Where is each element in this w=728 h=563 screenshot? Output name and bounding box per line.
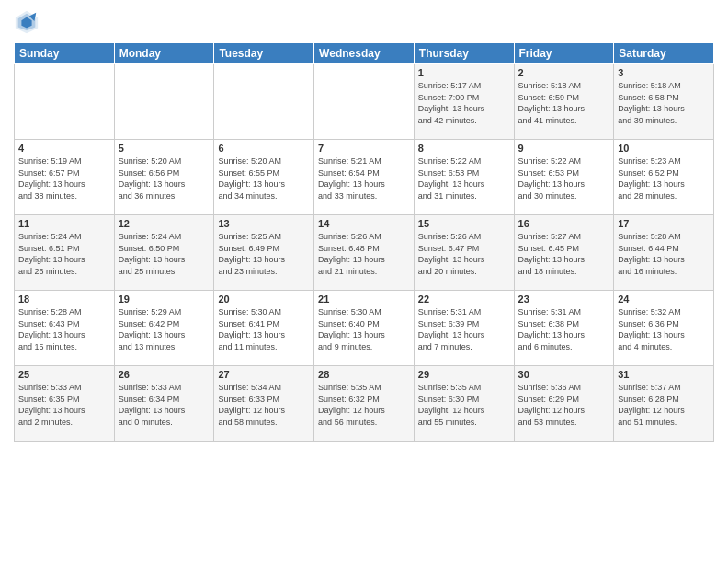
day-number: 12 <box>119 218 210 229</box>
day-number: 20 <box>218 293 310 304</box>
day-info: Sunrise: 5:22 AM Sunset: 6:53 PM Dayligh… <box>418 155 510 201</box>
logo <box>14 9 41 35</box>
calendar-cell <box>15 64 115 140</box>
weekday-saturday: Saturday <box>614 43 714 64</box>
calendar-cell: 9Sunrise: 5:22 AM Sunset: 6:53 PM Daylig… <box>514 140 614 215</box>
day-info: Sunrise: 5:29 AM Sunset: 6:42 PM Dayligh… <box>119 306 210 352</box>
day-number: 7 <box>318 143 410 154</box>
calendar-cell: 27Sunrise: 5:34 AM Sunset: 6:33 PM Dayli… <box>214 366 314 442</box>
day-number: 27 <box>218 369 310 380</box>
calendar-cell: 4Sunrise: 5:19 AM Sunset: 6:57 PM Daylig… <box>15 140 115 215</box>
calendar-cell: 12Sunrise: 5:24 AM Sunset: 6:50 PM Dayli… <box>114 215 214 291</box>
day-info: Sunrise: 5:37 AM Sunset: 6:28 PM Dayligh… <box>618 382 710 428</box>
day-info: Sunrise: 5:35 AM Sunset: 6:32 PM Dayligh… <box>318 382 410 428</box>
logo-icon <box>14 9 40 35</box>
calendar-cell: 1Sunrise: 5:17 AM Sunset: 7:00 PM Daylig… <box>414 64 514 140</box>
day-info: Sunrise: 5:33 AM Sunset: 6:34 PM Dayligh… <box>119 382 210 428</box>
calendar-cell: 19Sunrise: 5:29 AM Sunset: 6:42 PM Dayli… <box>114 291 214 366</box>
day-info: Sunrise: 5:21 AM Sunset: 6:54 PM Dayligh… <box>318 155 410 201</box>
calendar-cell: 17Sunrise: 5:28 AM Sunset: 6:44 PM Dayli… <box>614 215 714 291</box>
day-number: 3 <box>618 67 710 78</box>
day-info: Sunrise: 5:23 AM Sunset: 6:52 PM Dayligh… <box>618 155 710 201</box>
calendar-cell <box>114 64 214 140</box>
day-number: 30 <box>518 369 610 380</box>
calendar-cell: 3Sunrise: 5:18 AM Sunset: 6:58 PM Daylig… <box>614 64 714 140</box>
calendar-cell: 5Sunrise: 5:20 AM Sunset: 6:56 PM Daylig… <box>114 140 214 215</box>
day-info: Sunrise: 5:31 AM Sunset: 6:38 PM Dayligh… <box>518 306 610 352</box>
day-number: 13 <box>218 218 310 229</box>
day-number: 4 <box>18 143 110 154</box>
weekday-thursday: Thursday <box>414 43 514 64</box>
calendar-cell: 24Sunrise: 5:32 AM Sunset: 6:36 PM Dayli… <box>614 291 714 366</box>
day-number: 31 <box>618 369 710 380</box>
day-info: Sunrise: 5:25 AM Sunset: 6:49 PM Dayligh… <box>218 231 310 277</box>
day-info: Sunrise: 5:18 AM Sunset: 6:59 PM Dayligh… <box>518 80 610 126</box>
day-info: Sunrise: 5:31 AM Sunset: 6:39 PM Dayligh… <box>418 306 510 352</box>
day-info: Sunrise: 5:35 AM Sunset: 6:30 PM Dayligh… <box>418 382 510 428</box>
calendar-cell: 28Sunrise: 5:35 AM Sunset: 6:32 PM Dayli… <box>314 366 415 442</box>
day-number: 17 <box>618 218 710 229</box>
day-number: 21 <box>318 293 410 304</box>
day-number: 23 <box>518 293 610 304</box>
day-info: Sunrise: 5:27 AM Sunset: 6:45 PM Dayligh… <box>518 231 610 277</box>
day-info: Sunrise: 5:17 AM Sunset: 7:00 PM Dayligh… <box>418 80 510 126</box>
day-info: Sunrise: 5:30 AM Sunset: 6:41 PM Dayligh… <box>218 306 310 352</box>
week-row-3: 11Sunrise: 5:24 AM Sunset: 6:51 PM Dayli… <box>15 215 714 291</box>
day-info: Sunrise: 5:32 AM Sunset: 6:36 PM Dayligh… <box>618 306 710 352</box>
calendar-cell: 8Sunrise: 5:22 AM Sunset: 6:53 PM Daylig… <box>414 140 514 215</box>
calendar-cell: 6Sunrise: 5:20 AM Sunset: 6:55 PM Daylig… <box>214 140 314 215</box>
calendar-cell: 29Sunrise: 5:35 AM Sunset: 6:30 PM Dayli… <box>414 366 514 442</box>
day-number: 24 <box>618 293 710 304</box>
calendar-cell: 11Sunrise: 5:24 AM Sunset: 6:51 PM Dayli… <box>15 215 115 291</box>
day-info: Sunrise: 5:28 AM Sunset: 6:44 PM Dayligh… <box>618 231 710 277</box>
day-info: Sunrise: 5:22 AM Sunset: 6:53 PM Dayligh… <box>518 155 610 201</box>
day-info: Sunrise: 5:30 AM Sunset: 6:40 PM Dayligh… <box>318 306 410 352</box>
day-info: Sunrise: 5:24 AM Sunset: 6:50 PM Dayligh… <box>119 231 210 277</box>
calendar-container: SundayMondayTuesdayWednesdayThursdayFrid… <box>0 0 728 563</box>
day-info: Sunrise: 5:18 AM Sunset: 6:58 PM Dayligh… <box>618 80 710 126</box>
calendar-cell: 20Sunrise: 5:30 AM Sunset: 6:41 PM Dayli… <box>214 291 314 366</box>
day-number: 16 <box>518 218 610 229</box>
day-number: 29 <box>418 369 510 380</box>
calendar-cell: 26Sunrise: 5:33 AM Sunset: 6:34 PM Dayli… <box>114 366 214 442</box>
day-info: Sunrise: 5:26 AM Sunset: 6:48 PM Dayligh… <box>318 231 410 277</box>
day-number: 26 <box>119 369 210 380</box>
weekday-friday: Friday <box>514 43 614 64</box>
day-info: Sunrise: 5:20 AM Sunset: 6:56 PM Dayligh… <box>119 155 210 201</box>
day-number: 25 <box>18 369 110 380</box>
header <box>14 9 714 35</box>
calendar-cell: 25Sunrise: 5:33 AM Sunset: 6:35 PM Dayli… <box>15 366 115 442</box>
day-number: 18 <box>18 293 110 304</box>
weekday-header-row: SundayMondayTuesdayWednesdayThursdayFrid… <box>15 43 714 64</box>
day-number: 1 <box>418 67 510 78</box>
calendar-cell: 7Sunrise: 5:21 AM Sunset: 6:54 PM Daylig… <box>314 140 415 215</box>
calendar-cell: 16Sunrise: 5:27 AM Sunset: 6:45 PM Dayli… <box>514 215 614 291</box>
day-info: Sunrise: 5:20 AM Sunset: 6:55 PM Dayligh… <box>218 155 310 201</box>
week-row-5: 25Sunrise: 5:33 AM Sunset: 6:35 PM Dayli… <box>15 366 714 442</box>
calendar-cell: 13Sunrise: 5:25 AM Sunset: 6:49 PM Dayli… <box>214 215 314 291</box>
day-number: 19 <box>119 293 210 304</box>
calendar-cell: 31Sunrise: 5:37 AM Sunset: 6:28 PM Dayli… <box>614 366 714 442</box>
calendar-cell: 10Sunrise: 5:23 AM Sunset: 6:52 PM Dayli… <box>614 140 714 215</box>
day-number: 8 <box>418 143 510 154</box>
day-number: 14 <box>318 218 410 229</box>
day-info: Sunrise: 5:33 AM Sunset: 6:35 PM Dayligh… <box>18 382 110 428</box>
day-info: Sunrise: 5:28 AM Sunset: 6:43 PM Dayligh… <box>18 306 110 352</box>
day-number: 10 <box>618 143 710 154</box>
calendar-cell: 2Sunrise: 5:18 AM Sunset: 6:59 PM Daylig… <box>514 64 614 140</box>
day-number: 11 <box>18 218 110 229</box>
day-info: Sunrise: 5:19 AM Sunset: 6:57 PM Dayligh… <box>18 155 110 201</box>
week-row-4: 18Sunrise: 5:28 AM Sunset: 6:43 PM Dayli… <box>15 291 714 366</box>
calendar-body: 1Sunrise: 5:17 AM Sunset: 7:00 PM Daylig… <box>15 64 714 442</box>
day-info: Sunrise: 5:24 AM Sunset: 6:51 PM Dayligh… <box>18 231 110 277</box>
day-number: 2 <box>518 67 610 78</box>
calendar-cell: 30Sunrise: 5:36 AM Sunset: 6:29 PM Dayli… <box>514 366 614 442</box>
week-row-2: 4Sunrise: 5:19 AM Sunset: 6:57 PM Daylig… <box>15 140 714 215</box>
weekday-wednesday: Wednesday <box>314 43 415 64</box>
day-number: 28 <box>318 369 410 380</box>
calendar-cell: 15Sunrise: 5:26 AM Sunset: 6:47 PM Dayli… <box>414 215 514 291</box>
calendar-table: SundayMondayTuesdayWednesdayThursdayFrid… <box>14 42 714 442</box>
day-number: 9 <box>518 143 610 154</box>
calendar-cell: 23Sunrise: 5:31 AM Sunset: 6:38 PM Dayli… <box>514 291 614 366</box>
calendar-cell: 22Sunrise: 5:31 AM Sunset: 6:39 PM Dayli… <box>414 291 514 366</box>
